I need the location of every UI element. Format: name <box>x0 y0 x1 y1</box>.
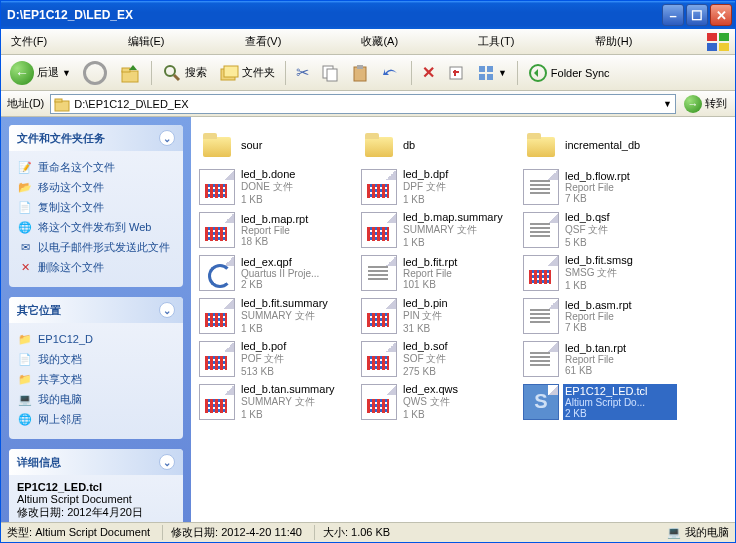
place-mydocs[interactable]: 📄我的文档 <box>17 349 175 369</box>
file-item[interactable]: led_b.asm.rpt Report File 7 KB <box>519 294 681 337</box>
file-item[interactable]: led_b.sof SOF 文件 275 KB <box>357 337 519 380</box>
file-item[interactable]: led_b.flow.rpt Report File 7 KB <box>519 165 681 208</box>
task-email[interactable]: ✉以电子邮件形式发送此文件 <box>17 237 175 257</box>
chevron-down-icon[interactable]: ▼ <box>663 99 672 109</box>
folder-icon <box>361 127 397 163</box>
collapse-icon: ⌄ <box>159 130 175 146</box>
copy-button[interactable] <box>316 62 344 84</box>
place-shared[interactable]: 📁共享文档 <box>17 369 175 389</box>
details-panel: 详细信息 ⌄ EP1C12_LED.tcl Altium Script Docu… <box>9 449 183 522</box>
up-button[interactable] <box>114 60 146 86</box>
svg-rect-11 <box>327 69 337 81</box>
svg-rect-3 <box>719 43 729 51</box>
file-name: led_b.pin <box>403 297 513 309</box>
paste-icon <box>351 64 369 82</box>
file-item[interactable]: led_b.map.rpt Report File 18 KB <box>195 208 357 251</box>
forward-button[interactable] <box>78 59 112 87</box>
file-item[interactable]: EP1C12_LED.tcl Altium Script Do... 2 KB <box>519 380 681 423</box>
file-item[interactable]: led_b.dpf DPF 文件 1 KB <box>357 165 519 208</box>
file-size: 7 KB <box>565 322 675 333</box>
sidebar: 文件和文件夹任务 ⌄ 📝重命名这个文件 📂移动这个文件 📄复制这个文件 🌐将这个… <box>1 117 191 522</box>
places-panel-header[interactable]: 其它位置 ⌄ <box>9 297 183 323</box>
file-name: led_b.pof <box>241 340 351 352</box>
file-item[interactable]: led_ex.qpf Quartus II Proje... 2 KB <box>195 251 357 294</box>
file-item[interactable]: led_b.done DONE 文件 1 KB <box>195 165 357 208</box>
file-item[interactable]: led_b.qsf QSF 文件 5 KB <box>519 208 681 251</box>
file-item[interactable]: led_b.fit.smsg SMSG 文件 1 KB <box>519 251 681 294</box>
minimize-button[interactable]: – <box>662 4 684 26</box>
shared-icon: 📁 <box>17 371 33 387</box>
search-button[interactable]: 搜索 <box>157 61 212 85</box>
details-panel-header[interactable]: 详细信息 ⌄ <box>9 449 183 475</box>
file-item[interactable]: led_b.fit.rpt Report File 101 KB <box>357 251 519 294</box>
file-icon <box>199 212 235 248</box>
file-type: DONE 文件 <box>241 180 351 194</box>
file-item[interactable]: led_b.map.summary SUMMARY 文件 1 KB <box>357 208 519 251</box>
svg-rect-17 <box>479 74 485 80</box>
views-icon <box>477 64 495 82</box>
file-type: Report File <box>565 182 675 193</box>
file-name: led_b.tan.rpt <box>565 342 675 354</box>
folders-icon <box>219 63 239 83</box>
file-item[interactable]: led_ex.qws QWS 文件 1 KB <box>357 380 519 423</box>
menu-favorites[interactable]: 收藏(A) <box>355 32 472 51</box>
copy-icon: 📄 <box>17 199 33 215</box>
delete-button[interactable]: ✕ <box>417 61 440 84</box>
tasks-panel-header[interactable]: 文件和文件夹任务 ⌄ <box>9 125 183 151</box>
file-type: Report File <box>565 354 675 365</box>
close-button[interactable]: ✕ <box>710 4 732 26</box>
file-item[interactable]: led_b.pof POF 文件 513 KB <box>195 337 357 380</box>
status-mod-label: 修改日期: <box>171 526 218 538</box>
svg-rect-21 <box>55 99 62 102</box>
properties-button[interactable] <box>442 62 470 84</box>
details-mod-date: 2012年4月20日 <box>67 506 143 518</box>
menu-help[interactable]: 帮助(H) <box>589 32 706 51</box>
go-button[interactable]: → 转到 <box>680 95 731 113</box>
folder-name: incremental_db <box>565 139 675 151</box>
file-item[interactable]: led_b.tan.summary SUMMARY 文件 1 KB <box>195 380 357 423</box>
menu-view[interactable]: 查看(V) <box>239 32 356 51</box>
folders-button[interactable]: 文件夹 <box>214 61 280 85</box>
move-icon: 📂 <box>17 179 33 195</box>
folder-item[interactable]: sour <box>195 125 357 165</box>
place-network[interactable]: 🌐网上邻居 <box>17 409 175 429</box>
folder-item[interactable]: incremental_db <box>519 125 681 165</box>
place-mypc[interactable]: 💻我的电脑 <box>17 389 175 409</box>
file-name: led_b.map.rpt <box>241 213 351 225</box>
toolbar: ← 后退 ▼ 搜索 文件夹 ✂ ✕ ▼ Folder Sync <box>1 55 735 91</box>
tasks-panel-title: 文件和文件夹任务 <box>17 131 105 146</box>
task-delete[interactable]: ✕删除这个文件 <box>17 257 175 277</box>
foldersync-button[interactable]: Folder Sync <box>523 61 615 85</box>
folder-item[interactable]: db <box>357 125 519 165</box>
file-type: DPF 文件 <box>403 180 513 194</box>
file-type: SMSG 文件 <box>565 266 675 280</box>
file-item[interactable]: led_b.pin PIN 文件 31 KB <box>357 294 519 337</box>
back-button[interactable]: ← 后退 ▼ <box>5 59 76 87</box>
maximize-button[interactable]: ☐ <box>686 4 708 26</box>
paste-button[interactable] <box>346 62 374 84</box>
cut-button[interactable]: ✂ <box>291 61 314 84</box>
menu-edit[interactable]: 编辑(E) <box>122 32 239 51</box>
task-copy[interactable]: 📄复制这个文件 <box>17 197 175 217</box>
places-panel-title: 其它位置 <box>17 303 61 318</box>
task-rename[interactable]: 📝重命名这个文件 <box>17 157 175 177</box>
place-parent[interactable]: 📁EP1C12_D <box>17 329 175 349</box>
menu-tools[interactable]: 工具(T) <box>472 32 589 51</box>
file-item[interactable]: led_b.fit.summary SUMMARY 文件 1 KB <box>195 294 357 337</box>
menu-file[interactable]: 文件(F) <box>5 32 122 51</box>
file-list[interactable]: sour db incremental_db led_b.done DONE 文… <box>191 117 735 522</box>
folder-name: db <box>403 139 513 151</box>
file-item[interactable]: led_b.tan.rpt Report File 61 KB <box>519 337 681 380</box>
address-field[interactable]: D:\EP1C12_D\LED_EX ▼ <box>50 94 676 114</box>
views-button[interactable]: ▼ <box>472 62 512 84</box>
forward-icon <box>83 61 107 85</box>
titlebar[interactable]: D:\EP1C12_D\LED_EX – ☐ ✕ <box>1 1 735 29</box>
back-icon: ← <box>10 61 34 85</box>
file-name: led_ex.qpf <box>241 256 351 268</box>
undo-button[interactable] <box>376 62 406 84</box>
places-panel: 其它位置 ⌄ 📁EP1C12_D 📄我的文档 📁共享文档 💻我的电脑 🌐网上邻居 <box>9 297 183 439</box>
file-type: QWS 文件 <box>403 395 513 409</box>
file-size: 1 KB <box>403 237 513 248</box>
task-publish[interactable]: 🌐将这个文件发布到 Web <box>17 217 175 237</box>
task-move[interactable]: 📂移动这个文件 <box>17 177 175 197</box>
